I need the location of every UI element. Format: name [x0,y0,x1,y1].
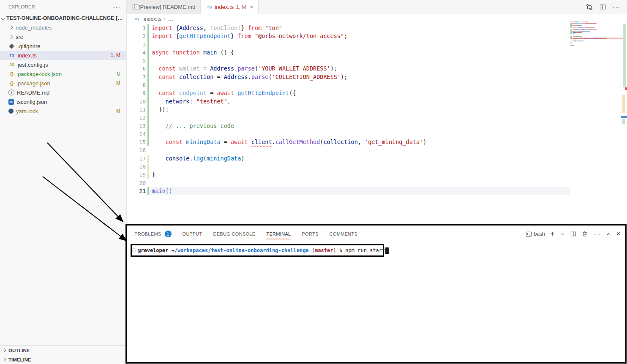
info-icon: i [8,90,14,95]
workspace-root-folder[interactable]: TEST-ONLINE-ONBOARDING-CHALLENGE [CODESP… [0,14,126,23]
line-number: 11 [127,106,146,114]
file-item-index.ts[interactable]: TSindex.ts1, M [0,51,126,60]
line-number: 12 [127,114,146,122]
file-item-README.md[interactable]: iREADME.md [0,88,126,97]
code-line-3: 3 [127,41,570,49]
code-line-10: 10 network: "testnet", [127,98,570,106]
line-number: 7 [127,73,146,81]
explorer-more-icon[interactable]: ··· [113,3,120,11]
code-line-6: 6 const wallet = Address.parse('YOUR_WAL… [127,65,570,73]
panel-tab-debug-console[interactable]: DEBUG CONSOLE [213,225,256,242]
launch-profile-chevron-icon[interactable] [560,232,565,236]
file-name: .gitignore [18,43,126,49]
close-panel-icon[interactable]: × [616,230,620,238]
panel-tab-ports[interactable]: PORTS [302,225,318,242]
indent-guide [152,130,152,138]
line-number: 4 [127,49,146,57]
ruler-added-mark [623,24,626,87]
panel-tab-comments[interactable]: COMMENTS [330,225,358,242]
explorer-header: EXPLORER ··· [0,0,126,14]
code-line-17: 17 console.log(miningData) [127,155,570,163]
vscode-window: EXPLORER ··· TEST-ONLINE-ONBOARDING-CHAL… [0,0,627,364]
typescript-icon: TS [8,52,15,59]
chevron-right-icon [2,348,6,353]
file-item-tsconfig.json[interactable]: TStsconfig.json [0,97,126,106]
ruler-error-mark [625,87,627,90]
indent-guide [152,98,152,106]
file-item-.gitignore[interactable]: .gitignore [0,41,126,51]
breadcrumb[interactable]: TS index.ts › … [127,14,627,24]
indent-guide [152,138,152,146]
line-number: 5 [127,57,146,65]
tab-index-ts[interactable]: TS index.ts 1, M × [201,0,259,14]
tab-readme-preview[interactable]: [Preview] README.md [127,0,201,14]
file-name: jest.config.js [18,62,126,68]
breadcrumb-file[interactable]: index.ts [144,16,161,22]
code-line-14: 14 [127,130,570,138]
yarn-icon [8,109,14,114]
split-editor-icon[interactable] [600,4,606,10]
ruler-cursor-mark [621,116,627,118]
editor-more-actions-icon[interactable]: ··· [613,3,620,11]
panel-more-actions-icon[interactable]: ··· [593,231,601,238]
timeline-section[interactable]: TIMELINE [0,355,126,364]
terminal-prompt[interactable]: @reveloper →/workspaces/test-online-onbo… [132,247,389,254]
line-number: 13 [127,122,146,130]
file-name: package-lock.json [18,71,114,77]
outline-section[interactable]: OUTLINE [0,345,126,355]
file-item-yarn.lock[interactable]: yarn.lockM [0,106,126,116]
editor-tab-bar: [Preview] README.md TS index.ts 1, M × [127,0,627,14]
terminal-viewport[interactable] [127,259,625,362]
terminal-shell-selector[interactable]: bash [526,231,545,237]
indent-guide [152,122,152,130]
javascript-icon: JS [8,61,15,68]
maximize-panel-icon[interactable] [606,232,611,236]
code-lines: 1import {Address, TonClient} from "ton"2… [127,24,570,195]
file-item-src[interactable]: src [0,32,126,41]
close-tab-icon[interactable]: × [250,4,254,10]
line-number: 2 [127,32,146,40]
indent-guide [152,65,152,73]
code-line-7: 7 const collection = Address.parse('COLL… [127,73,570,81]
file-item-package.json[interactable]: {}package.jsonM [0,79,126,88]
split-terminal-icon[interactable] [570,231,576,237]
indent-guide [152,114,152,122]
line-number: 1 [127,24,146,32]
timeline-label: TIMELINE [8,357,31,362]
panel-tab-terminal[interactable]: TERMINAL [266,225,291,242]
kill-terminal-icon[interactable] [582,231,588,237]
indent-guide [152,81,152,89]
new-terminal-icon[interactable]: + [551,230,555,238]
chevron-right-icon [2,358,6,362]
indent-guide [152,89,152,97]
tab-problems-badge: 1, M [236,4,246,10]
git-status-badge: M [116,108,120,114]
panel-tab-output[interactable]: OUTPUT [183,225,202,242]
indent-guide [152,163,152,171]
explorer-sidebar: EXPLORER ··· TEST-ONLINE-ONBOARDING-CHAL… [0,0,127,364]
file-item-package-lock.json[interactable]: {}package-lock.jsonU [0,69,126,79]
line-number: 19 [127,171,146,179]
git-status-badge: 1, M [111,52,120,58]
typescript-icon: TS [206,4,213,11]
code-line-8: 8 [127,81,570,89]
code-line-9: 9 const endpoint = await getHttpEndpoint… [127,89,570,97]
open-changes-icon[interactable] [586,4,593,11]
outline-label: OUTLINE [8,348,30,353]
panel-tab-problems[interactable]: PROBLEMS1 [134,225,172,242]
file-item-jest.config.js[interactable]: JSjest.config.js [0,60,126,69]
code-line-5: 5 [127,57,570,65]
line-number: 21 [127,187,146,195]
breadcrumb-symbol[interactable]: … [168,16,173,22]
file-name: index.ts [18,52,108,59]
indent-guide [152,73,152,81]
line-number: 17 [127,155,146,163]
file-item-node_modules[interactable]: node_modules [0,23,126,32]
line-number: 8 [127,81,146,89]
tsconfig-icon: TS [8,99,14,105]
line-number: 9 [127,89,146,97]
file-name: yarn.lock [16,108,114,114]
code-line-4: 4async function main () { [127,49,570,57]
line-number: 16 [127,146,146,154]
breadcrumb-separator: › [164,16,166,22]
